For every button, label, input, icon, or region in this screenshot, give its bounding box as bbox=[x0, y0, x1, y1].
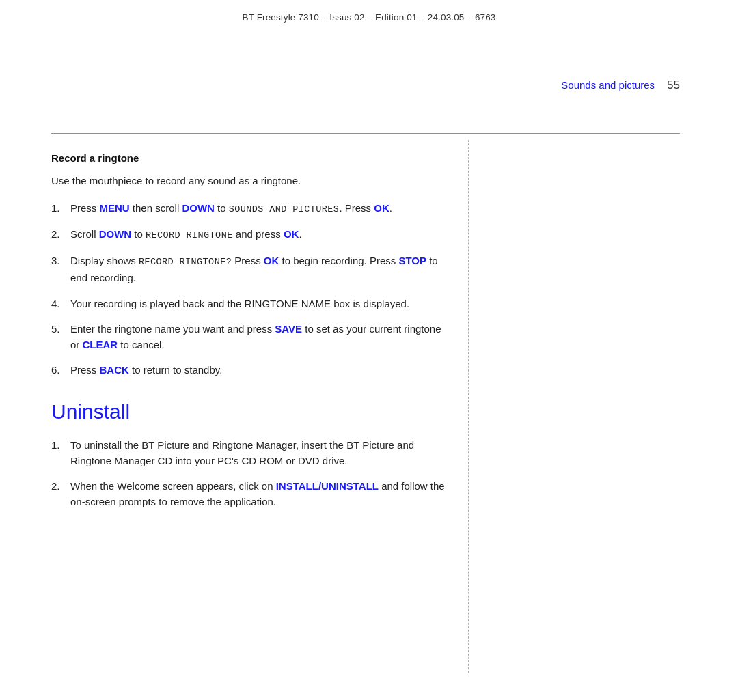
keyword-back: BACK bbox=[100, 364, 129, 376]
step-content: When the Welcome screen appears, click o… bbox=[70, 478, 448, 510]
record-section-heading: Record a ringtone bbox=[51, 152, 448, 164]
keyword-clear: CLEAR bbox=[83, 339, 118, 350]
header-meta: BT Freestyle 7310 – Issus 02 – Edition 0… bbox=[0, 0, 738, 23]
display-text: RECORD RINGTONE bbox=[146, 230, 233, 240]
step-number: 4. bbox=[51, 296, 70, 311]
uninstall-steps-list: 1. To uninstall the BT Picture and Ringt… bbox=[51, 437, 448, 510]
step-content: Press BACK to return to standby. bbox=[70, 362, 448, 378]
keyword-ok: OK bbox=[284, 228, 299, 240]
step-content: Press MENU then scroll DOWN to SOUNDS AN… bbox=[70, 200, 448, 217]
list-item: 6. Press BACK to return to standby. bbox=[51, 362, 448, 378]
keyword-menu: MENU bbox=[100, 202, 130, 214]
display-text: SOUNDS AND PICTURES bbox=[229, 204, 340, 214]
keyword-install-uninstall: INSTALL/UNINSTALL bbox=[276, 480, 379, 492]
section-title: Sounds and pictures bbox=[561, 79, 655, 91]
record-steps-list: 1. Press MENU then scroll DOWN to SOUNDS… bbox=[51, 200, 448, 378]
step-content: To uninstall the BT Picture and Ringtone… bbox=[70, 437, 448, 469]
vertical-divider bbox=[468, 140, 469, 673]
keyword-down: DOWN bbox=[99, 228, 132, 240]
list-item: 1. Press MENU then scroll DOWN to SOUNDS… bbox=[51, 200, 448, 217]
keyword-stop: STOP bbox=[398, 255, 426, 266]
step-content: Enter the ringtone name you want and pre… bbox=[70, 321, 448, 353]
list-item: 2. When the Welcome screen appears, clic… bbox=[51, 478, 448, 510]
step-number: 3. bbox=[51, 253, 70, 268]
page: BT Freestyle 7310 – Issus 02 – Edition 0… bbox=[0, 0, 738, 700]
step-number: 2. bbox=[51, 478, 70, 494]
list-item: 2. Scroll DOWN to RECORD RINGTONE and pr… bbox=[51, 226, 448, 243]
keyword-save: SAVE bbox=[275, 323, 302, 335]
left-column: Record a ringtone Use the mouthpiece to … bbox=[51, 140, 448, 520]
list-item: 3. Display shows RECORD RINGTONE? Press … bbox=[51, 253, 448, 285]
list-item: 4. Your recording is played back and the… bbox=[51, 296, 448, 311]
list-item: 5. Enter the ringtone name you want and … bbox=[51, 321, 448, 353]
keyword-ok: OK bbox=[264, 255, 279, 266]
step-number: 1. bbox=[51, 200, 70, 216]
record-intro-text: Use the mouthpiece to record any sound a… bbox=[51, 173, 448, 189]
keyword-down: DOWN bbox=[182, 202, 215, 214]
step-number: 2. bbox=[51, 226, 70, 242]
step-number: 5. bbox=[51, 321, 70, 337]
display-text: RECORD RINGTONE? bbox=[139, 257, 232, 267]
page-number: 55 bbox=[667, 79, 680, 92]
keyword-ok: OK bbox=[374, 202, 390, 214]
step-number: 6. bbox=[51, 362, 70, 378]
top-right-area: Sounds and pictures 55 bbox=[561, 79, 680, 92]
step-content: Display shows RECORD RINGTONE? Press OK … bbox=[70, 253, 448, 285]
step-content: Your recording is played back and the RI… bbox=[70, 296, 448, 311]
step-number: 1. bbox=[51, 437, 70, 453]
content-area: Record a ringtone Use the mouthpiece to … bbox=[51, 140, 680, 673]
list-item: 1. To uninstall the BT Picture and Ringt… bbox=[51, 437, 448, 469]
step-content: Scroll DOWN to RECORD RINGTONE and press… bbox=[70, 226, 448, 243]
uninstall-heading: Uninstall bbox=[51, 400, 448, 423]
horizontal-divider bbox=[51, 133, 680, 134]
